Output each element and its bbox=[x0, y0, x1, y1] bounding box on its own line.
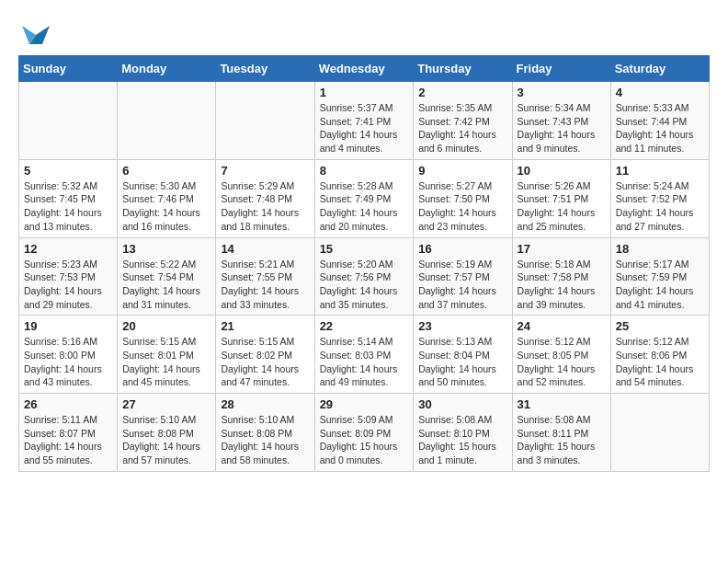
day-info: Sunrise: 5:17 AMSunset: 7:59 PMDaylight:… bbox=[616, 258, 704, 312]
calendar-cell: 27Sunrise: 5:10 AMSunset: 8:08 PMDayligh… bbox=[118, 394, 216, 472]
calendar-cell bbox=[19, 82, 118, 160]
calendar-cell: 10Sunrise: 5:26 AMSunset: 7:51 PMDayligh… bbox=[512, 159, 610, 237]
day-number: 17 bbox=[518, 242, 606, 256]
day-number: 20 bbox=[122, 319, 210, 333]
day-info: Sunrise: 5:22 AMSunset: 7:54 PMDaylight:… bbox=[122, 258, 210, 312]
day-info: Sunrise: 5:11 AMSunset: 8:07 PMDaylight:… bbox=[24, 413, 112, 467]
page-header bbox=[18, 18, 710, 46]
day-info: Sunrise: 5:28 AMSunset: 7:49 PMDaylight:… bbox=[320, 179, 409, 234]
day-number: 25 bbox=[616, 319, 704, 333]
day-number: 1 bbox=[320, 86, 409, 99]
day-info: Sunrise: 5:35 AMSunset: 7:42 PMDaylight:… bbox=[418, 101, 506, 155]
calendar-cell: 30Sunrise: 5:08 AMSunset: 8:10 PMDayligh… bbox=[414, 394, 512, 472]
calendar-cell: 18Sunrise: 5:17 AMSunset: 7:59 PMDayligh… bbox=[610, 237, 709, 316]
calendar-cell: 17Sunrise: 5:18 AMSunset: 7:58 PMDayligh… bbox=[512, 237, 610, 316]
day-info: Sunrise: 5:32 AMSunset: 7:45 PMDaylight:… bbox=[24, 179, 112, 234]
day-number: 9 bbox=[418, 164, 506, 178]
calendar-cell: 31Sunrise: 5:08 AMSunset: 8:11 PMDayligh… bbox=[512, 394, 610, 472]
calendar-cell: 6Sunrise: 5:30 AMSunset: 7:46 PMDaylight… bbox=[118, 159, 216, 237]
day-info: Sunrise: 5:26 AMSunset: 7:51 PMDaylight:… bbox=[518, 179, 606, 234]
weekday-header-row: SundayMondayTuesdayWednesdayThursdayFrid… bbox=[19, 56, 710, 82]
day-number: 27 bbox=[122, 397, 210, 411]
day-info: Sunrise: 5:21 AMSunset: 7:55 PMDaylight:… bbox=[221, 258, 309, 312]
calendar-cell: 2Sunrise: 5:35 AMSunset: 7:42 PMDaylight… bbox=[414, 82, 512, 160]
calendar-cell: 1Sunrise: 5:37 AMSunset: 7:41 PMDaylight… bbox=[314, 82, 414, 160]
day-info: Sunrise: 5:29 AMSunset: 7:48 PMDaylight:… bbox=[221, 179, 309, 234]
calendar-cell bbox=[610, 394, 709, 472]
weekday-header-thursday: Thursday bbox=[414, 56, 512, 82]
calendar-cell: 8Sunrise: 5:28 AMSunset: 7:49 PMDaylight… bbox=[314, 159, 414, 237]
calendar-cell: 14Sunrise: 5:21 AMSunset: 7:55 PMDayligh… bbox=[216, 237, 314, 316]
calendar-cell bbox=[216, 82, 314, 160]
day-number: 16 bbox=[418, 242, 506, 256]
day-number: 15 bbox=[320, 242, 409, 256]
calendar-cell: 29Sunrise: 5:09 AMSunset: 8:09 PMDayligh… bbox=[314, 394, 414, 472]
day-number: 26 bbox=[24, 397, 112, 411]
calendar-week-row: 26Sunrise: 5:11 AMSunset: 8:07 PMDayligh… bbox=[19, 394, 710, 472]
day-info: Sunrise: 5:16 AMSunset: 8:00 PMDaylight:… bbox=[24, 335, 112, 389]
calendar-cell: 23Sunrise: 5:13 AMSunset: 8:04 PMDayligh… bbox=[414, 316, 512, 394]
day-info: Sunrise: 5:10 AMSunset: 8:08 PMDaylight:… bbox=[122, 413, 210, 467]
calendar-week-row: 12Sunrise: 5:23 AMSunset: 7:53 PMDayligh… bbox=[19, 237, 710, 316]
calendar-cell: 16Sunrise: 5:19 AMSunset: 7:57 PMDayligh… bbox=[414, 237, 512, 316]
day-number: 14 bbox=[221, 242, 309, 256]
day-info: Sunrise: 5:23 AMSunset: 7:53 PMDaylight:… bbox=[24, 258, 112, 312]
day-info: Sunrise: 5:12 AMSunset: 8:06 PMDaylight:… bbox=[616, 335, 704, 389]
logo-icon bbox=[22, 18, 50, 46]
calendar-week-row: 19Sunrise: 5:16 AMSunset: 8:00 PMDayligh… bbox=[19, 316, 710, 394]
day-info: Sunrise: 5:08 AMSunset: 8:11 PMDaylight:… bbox=[518, 413, 606, 467]
day-info: Sunrise: 5:09 AMSunset: 8:09 PMDaylight:… bbox=[320, 413, 409, 467]
day-number: 2 bbox=[418, 86, 506, 99]
calendar-week-row: 5Sunrise: 5:32 AMSunset: 7:45 PMDaylight… bbox=[19, 159, 710, 237]
calendar-table: SundayMondayTuesdayWednesdayThursdayFrid… bbox=[18, 55, 710, 472]
day-number: 13 bbox=[122, 242, 210, 256]
day-number: 21 bbox=[221, 319, 309, 333]
day-number: 7 bbox=[221, 164, 309, 178]
day-number: 4 bbox=[616, 86, 704, 99]
day-number: 5 bbox=[24, 164, 112, 178]
day-info: Sunrise: 5:33 AMSunset: 7:44 PMDaylight:… bbox=[616, 101, 704, 155]
weekday-header-tuesday: Tuesday bbox=[216, 56, 314, 82]
weekday-header-sunday: Sunday bbox=[19, 56, 118, 82]
day-info: Sunrise: 5:12 AMSunset: 8:05 PMDaylight:… bbox=[518, 335, 606, 389]
calendar-week-row: 1Sunrise: 5:37 AMSunset: 7:41 PMDaylight… bbox=[19, 82, 710, 160]
day-number: 10 bbox=[518, 164, 606, 178]
day-info: Sunrise: 5:19 AMSunset: 7:57 PMDaylight:… bbox=[418, 258, 506, 312]
weekday-header-monday: Monday bbox=[118, 56, 216, 82]
day-number: 18 bbox=[616, 242, 704, 256]
calendar-cell: 26Sunrise: 5:11 AMSunset: 8:07 PMDayligh… bbox=[19, 394, 118, 472]
calendar-cell: 9Sunrise: 5:27 AMSunset: 7:50 PMDaylight… bbox=[414, 159, 512, 237]
day-info: Sunrise: 5:08 AMSunset: 8:10 PMDaylight:… bbox=[418, 413, 506, 467]
day-number: 19 bbox=[24, 319, 112, 333]
day-number: 29 bbox=[320, 397, 409, 411]
day-info: Sunrise: 5:14 AMSunset: 8:03 PMDaylight:… bbox=[320, 335, 409, 389]
calendar-cell: 7Sunrise: 5:29 AMSunset: 7:48 PMDaylight… bbox=[216, 159, 314, 237]
calendar-cell: 20Sunrise: 5:15 AMSunset: 8:01 PMDayligh… bbox=[118, 316, 216, 394]
day-info: Sunrise: 5:34 AMSunset: 7:43 PMDaylight:… bbox=[518, 101, 606, 155]
day-info: Sunrise: 5:24 AMSunset: 7:52 PMDaylight:… bbox=[616, 179, 704, 234]
calendar-cell: 19Sunrise: 5:16 AMSunset: 8:00 PMDayligh… bbox=[19, 316, 118, 394]
calendar-cell: 11Sunrise: 5:24 AMSunset: 7:52 PMDayligh… bbox=[610, 159, 709, 237]
calendar-cell: 28Sunrise: 5:10 AMSunset: 8:08 PMDayligh… bbox=[216, 394, 314, 472]
calendar-cell: 5Sunrise: 5:32 AMSunset: 7:45 PMDaylight… bbox=[19, 159, 118, 237]
calendar-cell: 12Sunrise: 5:23 AMSunset: 7:53 PMDayligh… bbox=[19, 237, 118, 316]
day-info: Sunrise: 5:15 AMSunset: 8:01 PMDaylight:… bbox=[122, 335, 210, 389]
weekday-header-wednesday: Wednesday bbox=[314, 56, 414, 82]
day-info: Sunrise: 5:15 AMSunset: 8:02 PMDaylight:… bbox=[221, 335, 309, 389]
day-info: Sunrise: 5:18 AMSunset: 7:58 PMDaylight:… bbox=[518, 258, 606, 312]
day-info: Sunrise: 5:30 AMSunset: 7:46 PMDaylight:… bbox=[122, 179, 210, 234]
calendar-cell: 25Sunrise: 5:12 AMSunset: 8:06 PMDayligh… bbox=[610, 316, 709, 394]
calendar-cell: 21Sunrise: 5:15 AMSunset: 8:02 PMDayligh… bbox=[216, 316, 314, 394]
calendar-cell: 3Sunrise: 5:34 AMSunset: 7:43 PMDaylight… bbox=[512, 82, 610, 160]
day-info: Sunrise: 5:37 AMSunset: 7:41 PMDaylight:… bbox=[320, 101, 409, 155]
calendar-cell: 22Sunrise: 5:14 AMSunset: 8:03 PMDayligh… bbox=[314, 316, 414, 394]
day-number: 28 bbox=[221, 397, 309, 411]
day-number: 12 bbox=[24, 242, 112, 256]
day-info: Sunrise: 5:20 AMSunset: 7:56 PMDaylight:… bbox=[320, 258, 409, 312]
day-number: 6 bbox=[122, 164, 210, 178]
calendar-cell: 15Sunrise: 5:20 AMSunset: 7:56 PMDayligh… bbox=[314, 237, 414, 316]
weekday-header-saturday: Saturday bbox=[610, 56, 709, 82]
day-number: 23 bbox=[418, 319, 506, 333]
calendar-cell: 4Sunrise: 5:33 AMSunset: 7:44 PMDaylight… bbox=[610, 82, 709, 160]
day-number: 31 bbox=[518, 397, 606, 411]
